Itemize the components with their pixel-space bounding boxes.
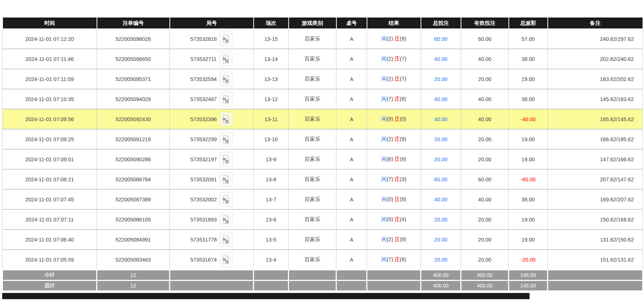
time-cell: 2024-11-01 07:11:09 — [3, 69, 97, 89]
video-replay-button[interactable] — [219, 232, 233, 247]
horizontal-scrollbar-thumb[interactable] — [2, 293, 530, 299]
video-replay-button[interactable] — [219, 51, 233, 66]
table-row[interactable]: 2024-11-01 07:08:21 522005088764 5735320… — [3, 169, 643, 189]
round-cell: 573531893 — [170, 209, 254, 229]
result-banker-label: 庄 — [395, 256, 400, 262]
table-row[interactable]: 2024-11-01 07:07:45 522005087389 5735320… — [3, 189, 643, 209]
table-row[interactable]: 2024-11-01 07:07:11 522005086105 5735318… — [3, 209, 643, 229]
valid-bet-cell: 60.00 — [461, 29, 509, 49]
payout-cell: 19.00 — [509, 69, 548, 89]
column-header-valid-bet: 有效投注 — [461, 17, 509, 29]
table-row[interactable]: 2024-11-01 07:05:59 522005083463 5735316… — [3, 250, 643, 270]
video-replay-button[interactable] — [219, 152, 233, 167]
table-row[interactable]: 2024-11-01 07:09:01 522005090286 5735321… — [3, 149, 643, 169]
result-banker-label: 庄 — [395, 196, 400, 202]
result-cell: 闲(0) 庄(4) — [367, 209, 421, 229]
table-number-cell: A — [336, 209, 367, 229]
result-player-label: 闲 — [381, 116, 387, 122]
time-cell: 2024-11-01 07:10:35 — [3, 89, 97, 109]
result-cell: 闲(7) 庄(8) — [367, 250, 421, 270]
game-type-cell: 百家乐 — [289, 209, 336, 229]
total-bet-link[interactable]: 40.00 — [421, 49, 461, 69]
result-player-label: 闲 — [381, 236, 387, 242]
result-player-label: 闲 — [381, 176, 387, 182]
summary-empty-cell — [548, 281, 643, 291]
total-bet-link[interactable]: 20.00 — [421, 229, 461, 250]
total-bet-link[interactable]: 20.00 — [421, 129, 461, 149]
result-player-score: (0) — [387, 216, 393, 222]
result-player-score: (2) — [387, 236, 393, 242]
payout-cell: 38.00 — [509, 89, 548, 109]
summary-empty-cell — [289, 281, 336, 291]
result-banker-label: 庄 — [395, 76, 400, 82]
time-cell: 2024-11-01 07:09:25 — [3, 129, 97, 149]
table-number-cell: A — [336, 29, 367, 49]
video-replay-button[interactable] — [219, 252, 233, 267]
bet-id-cell: 522005087389 — [97, 189, 170, 209]
result-banker-score: (0) — [400, 116, 406, 122]
result-cell: 闲(9) 庄(0) — [367, 109, 421, 129]
total-bet-link[interactable]: 40.00 — [421, 189, 461, 209]
total-bet-link[interactable]: 40.00 — [421, 89, 461, 109]
video-file-icon — [222, 55, 230, 63]
total-bet-link[interactable]: 20.00 — [421, 250, 461, 270]
table-row[interactable]: 2024-11-01 07:11:46 522005096650 5735327… — [3, 49, 643, 69]
total-bet-link[interactable]: 60.00 — [421, 29, 461, 49]
result-player-label: 闲 — [381, 256, 387, 262]
bet-id-cell: 522005098028 — [97, 29, 170, 49]
total-bet-link[interactable]: 20.00 — [421, 149, 461, 169]
valid-bet-cell: 40.00 — [461, 109, 509, 129]
video-replay-button[interactable] — [219, 132, 233, 147]
video-file-icon — [222, 75, 230, 84]
table-row[interactable]: 2024-11-01 07:09:25 522005091219 5735322… — [3, 129, 643, 149]
total-bet-link[interactable]: 20.00 — [421, 69, 461, 89]
summary-empty-cell — [336, 281, 367, 291]
table-number-cell: A — [336, 109, 367, 129]
time-cell: 2024-11-01 07:07:45 — [3, 189, 97, 209]
video-replay-button[interactable] — [219, 212, 233, 227]
summary-empty-cell — [170, 281, 254, 291]
game-type-cell: 百家乐 — [289, 169, 336, 189]
time-cell: 2024-11-01 07:07:11 — [3, 209, 97, 229]
table-row[interactable]: 2024-11-01 07:06:40 522005084991 5735317… — [3, 229, 643, 250]
result-banker-score: (9) — [400, 196, 406, 202]
session-cell: 13-5 — [254, 229, 289, 250]
result-player-score: (2) — [387, 36, 393, 42]
video-replay-button[interactable] — [219, 192, 233, 207]
video-replay-button[interactable] — [219, 72, 233, 86]
video-replay-button[interactable] — [219, 172, 233, 187]
valid-bet-cell: 20.00 — [461, 229, 509, 250]
valid-bet-cell: 60.00 — [461, 169, 509, 189]
result-cell: 闲(2) 庄(9) — [367, 229, 421, 250]
table-row[interactable]: 2024-11-01 07:11:09 522005095371 5735325… — [3, 69, 643, 89]
result-player-score: (2) — [387, 76, 393, 82]
result-player-score: (7) — [387, 96, 393, 102]
table-number-cell: A — [336, 189, 367, 209]
video-file-icon — [222, 135, 230, 144]
game-type-cell: 百家乐 — [289, 109, 336, 129]
time-cell: 2024-11-01 07:09:01 — [3, 149, 97, 169]
valid-bet-cell: 40.00 — [461, 189, 509, 209]
total-bet-link[interactable]: 20.00 — [421, 209, 461, 229]
table-row[interactable]: 2024-11-01 07:12:20 522005098028 5735328… — [3, 29, 643, 49]
bet-id-cell: 522005084991 — [97, 229, 170, 250]
round-number: 573531778 — [190, 237, 217, 243]
table-row[interactable]: 2024-11-01 07:10:35 522005094029 5735324… — [3, 89, 643, 109]
payout-cell: -40.00 — [509, 109, 548, 129]
result-banker-label: 庄 — [395, 116, 400, 122]
total-bet-link[interactable]: 60.00 — [421, 169, 461, 189]
video-replay-button[interactable] — [219, 92, 233, 107]
round-number: 573531674 — [190, 257, 217, 263]
valid-bet-cell: 20.00 — [461, 209, 509, 229]
session-cell: 13-13 — [254, 69, 289, 89]
result-banker-score: (7) — [400, 56, 406, 62]
table-row[interactable]: 2024-11-01 07:09:56 522005092430 5735323… — [3, 109, 643, 129]
bet-id-cell: 522005090286 — [97, 149, 170, 169]
video-replay-button[interactable] — [219, 31, 233, 46]
total-bet-link[interactable]: 40.00 — [421, 109, 461, 129]
remark-cell: 183.62/202.62 — [548, 69, 643, 89]
payout-cell: 19.00 — [509, 209, 548, 229]
video-replay-button[interactable] — [219, 112, 233, 127]
session-cell: 13-14 — [254, 49, 289, 69]
result-player-score: (7) — [387, 176, 393, 182]
